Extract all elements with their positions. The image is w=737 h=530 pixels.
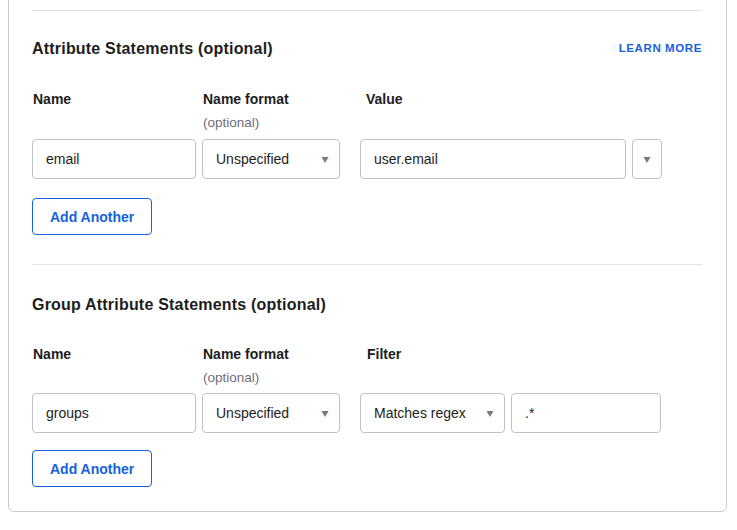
column-header-name-format: Name format bbox=[203, 91, 289, 107]
group-attribute-statements-title: Group Attribute Statements (optional) bbox=[32, 296, 326, 314]
group-column-header-name-format: Name format bbox=[203, 346, 289, 362]
attribute-name-input[interactable] bbox=[32, 139, 196, 179]
group-attribute-filter-value-input[interactable] bbox=[511, 393, 661, 433]
settings-card bbox=[8, 0, 727, 512]
column-header-value: Value bbox=[366, 91, 403, 107]
caret-down-icon: ▾ bbox=[322, 153, 329, 165]
caret-down-icon: ▾ bbox=[487, 407, 494, 419]
add-another-group-attribute-button[interactable]: Add Another bbox=[32, 450, 152, 487]
group-attribute-name-format-value: Unspecified bbox=[216, 405, 289, 421]
attribute-name-format-value: Unspecified bbox=[216, 151, 289, 167]
group-attribute-filter-type-value: Matches regex bbox=[374, 405, 466, 421]
group-attribute-filter-type-select[interactable]: Matches regex ▾ bbox=[360, 393, 505, 433]
group-column-header-name: Name bbox=[33, 346, 71, 362]
attribute-value-input[interactable] bbox=[360, 139, 626, 179]
column-header-name-format-note: (optional) bbox=[203, 115, 259, 130]
learn-more-link[interactable]: LEARN MORE bbox=[619, 42, 702, 54]
caret-down-icon: ▾ bbox=[644, 153, 651, 165]
caret-down-icon: ▾ bbox=[322, 407, 329, 419]
saml-settings-panel: Attribute Statements (optional) LEARN MO… bbox=[0, 0, 737, 530]
attribute-statements-title: Attribute Statements (optional) bbox=[32, 40, 273, 58]
section-divider-middle bbox=[32, 264, 702, 265]
section-divider-top bbox=[32, 10, 702, 11]
add-another-attribute-button[interactable]: Add Another bbox=[32, 198, 152, 235]
column-header-name: Name bbox=[33, 91, 71, 107]
group-attribute-name-input[interactable] bbox=[32, 393, 196, 433]
group-column-header-name-format-note: (optional) bbox=[203, 370, 259, 385]
group-column-header-filter: Filter bbox=[367, 346, 401, 362]
group-attribute-name-format-select[interactable]: Unspecified ▾ bbox=[202, 393, 340, 433]
attribute-value-dropdown-button[interactable]: ▾ bbox=[632, 139, 662, 179]
attribute-name-format-select[interactable]: Unspecified ▾ bbox=[202, 139, 340, 179]
